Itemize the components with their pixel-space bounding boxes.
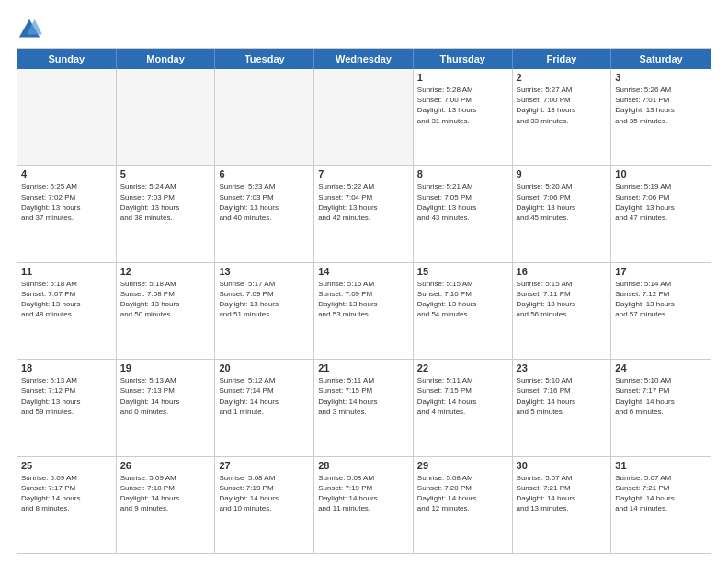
calendar-cell: 12Sunrise: 5:18 AM Sunset: 7:08 PM Dayli… xyxy=(117,263,216,359)
day-number: 2 xyxy=(517,72,608,83)
calendar-cell: 17Sunrise: 5:14 AM Sunset: 7:12 PM Dayli… xyxy=(611,263,711,359)
day-number: 12 xyxy=(120,266,211,277)
day-number: 23 xyxy=(517,362,608,373)
cell-info: Sunrise: 5:19 AM Sunset: 7:06 PM Dayligh… xyxy=(615,181,707,223)
cell-info: Sunrise: 5:10 AM Sunset: 7:17 PM Dayligh… xyxy=(615,375,707,417)
cell-info: Sunrise: 5:13 AM Sunset: 7:13 PM Dayligh… xyxy=(120,375,211,417)
calendar-cell: 27Sunrise: 5:08 AM Sunset: 7:19 PM Dayli… xyxy=(215,457,314,553)
calendar-cell: 10Sunrise: 5:19 AM Sunset: 7:06 PM Dayli… xyxy=(611,166,711,261)
day-number: 13 xyxy=(219,266,310,277)
day-number: 26 xyxy=(120,460,211,471)
cell-info: Sunrise: 5:23 AM Sunset: 7:03 PM Dayligh… xyxy=(219,181,310,223)
cell-info: Sunrise: 5:08 AM Sunset: 7:19 PM Dayligh… xyxy=(318,473,409,514)
day-number: 30 xyxy=(517,460,608,471)
cell-info: Sunrise: 5:27 AM Sunset: 7:00 PM Dayligh… xyxy=(517,85,608,126)
calendar-cell xyxy=(17,69,117,165)
calendar-cell: 8Sunrise: 5:21 AM Sunset: 7:05 PM Daylig… xyxy=(414,166,513,261)
day-number: 27 xyxy=(219,460,310,471)
cell-info: Sunrise: 5:07 AM Sunset: 7:21 PM Dayligh… xyxy=(615,473,707,514)
weekday-header: Thursday xyxy=(414,49,513,69)
day-number: 10 xyxy=(615,168,707,179)
calendar-cell: 7Sunrise: 5:22 AM Sunset: 7:04 PM Daylig… xyxy=(314,166,414,261)
page: SundayMondayTuesdayWednesdayThursdayFrid… xyxy=(0,0,728,563)
calendar-body: 1Sunrise: 5:28 AM Sunset: 7:00 PM Daylig… xyxy=(17,69,711,553)
calendar-cell: 3Sunrise: 5:26 AM Sunset: 7:01 PM Daylig… xyxy=(611,69,711,165)
day-number: 31 xyxy=(615,460,707,471)
cell-info: Sunrise: 5:07 AM Sunset: 7:21 PM Dayligh… xyxy=(517,473,608,514)
calendar-cell: 15Sunrise: 5:15 AM Sunset: 7:10 PM Dayli… xyxy=(414,263,513,359)
day-number: 21 xyxy=(318,362,409,373)
calendar-cell: 2Sunrise: 5:27 AM Sunset: 7:00 PM Daylig… xyxy=(513,69,612,165)
cell-info: Sunrise: 5:25 AM Sunset: 7:02 PM Dayligh… xyxy=(21,181,112,223)
weekday-header: Monday xyxy=(117,49,216,69)
logo-icon xyxy=(17,17,42,42)
day-number: 14 xyxy=(318,266,409,277)
cell-info: Sunrise: 5:15 AM Sunset: 7:10 PM Dayligh… xyxy=(417,279,508,320)
logo xyxy=(17,17,48,42)
cell-info: Sunrise: 5:12 AM Sunset: 7:14 PM Dayligh… xyxy=(219,375,310,417)
cell-info: Sunrise: 5:09 AM Sunset: 7:17 PM Dayligh… xyxy=(21,473,112,514)
day-number: 6 xyxy=(219,168,310,179)
header xyxy=(17,17,711,42)
calendar-cell: 29Sunrise: 5:08 AM Sunset: 7:20 PM Dayli… xyxy=(414,457,513,553)
calendar-cell: 25Sunrise: 5:09 AM Sunset: 7:17 PM Dayli… xyxy=(17,457,117,553)
cell-info: Sunrise: 5:08 AM Sunset: 7:20 PM Dayligh… xyxy=(417,473,508,514)
calendar: SundayMondayTuesdayWednesdayThursdayFrid… xyxy=(17,48,711,554)
calendar-row: 11Sunrise: 5:18 AM Sunset: 7:07 PM Dayli… xyxy=(17,262,711,359)
calendar-row: 4Sunrise: 5:25 AM Sunset: 7:02 PM Daylig… xyxy=(17,165,711,261)
calendar-cell: 24Sunrise: 5:10 AM Sunset: 7:17 PM Dayli… xyxy=(611,360,711,455)
calendar-header: SundayMondayTuesdayWednesdayThursdayFrid… xyxy=(17,49,711,69)
cell-info: Sunrise: 5:22 AM Sunset: 7:04 PM Dayligh… xyxy=(318,181,409,223)
day-number: 29 xyxy=(417,460,508,471)
weekday-header: Wednesday xyxy=(314,49,414,69)
calendar-cell xyxy=(215,69,314,165)
day-number: 11 xyxy=(21,266,112,277)
calendar-cell xyxy=(314,69,414,165)
day-number: 19 xyxy=(120,362,211,373)
day-number: 8 xyxy=(417,168,508,179)
calendar-cell: 21Sunrise: 5:11 AM Sunset: 7:15 PM Dayli… xyxy=(314,360,414,455)
cell-info: Sunrise: 5:20 AM Sunset: 7:06 PM Dayligh… xyxy=(517,181,608,223)
calendar-cell: 18Sunrise: 5:13 AM Sunset: 7:12 PM Dayli… xyxy=(17,360,117,455)
day-number: 4 xyxy=(21,168,112,179)
day-number: 15 xyxy=(417,266,508,277)
cell-info: Sunrise: 5:16 AM Sunset: 7:09 PM Dayligh… xyxy=(318,279,409,320)
weekday-header: Saturday xyxy=(611,49,711,69)
day-number: 22 xyxy=(417,362,508,373)
cell-info: Sunrise: 5:26 AM Sunset: 7:01 PM Dayligh… xyxy=(615,85,707,126)
day-number: 24 xyxy=(615,362,707,373)
calendar-row: 18Sunrise: 5:13 AM Sunset: 7:12 PM Dayli… xyxy=(17,359,711,455)
day-number: 18 xyxy=(21,362,112,373)
calendar-cell: 22Sunrise: 5:11 AM Sunset: 7:15 PM Dayli… xyxy=(414,360,513,455)
calendar-cell: 30Sunrise: 5:07 AM Sunset: 7:21 PM Dayli… xyxy=(513,457,612,553)
cell-info: Sunrise: 5:13 AM Sunset: 7:12 PM Dayligh… xyxy=(21,375,112,417)
cell-info: Sunrise: 5:21 AM Sunset: 7:05 PM Dayligh… xyxy=(417,181,508,223)
calendar-cell: 6Sunrise: 5:23 AM Sunset: 7:03 PM Daylig… xyxy=(215,166,314,261)
calendar-row: 1Sunrise: 5:28 AM Sunset: 7:00 PM Daylig… xyxy=(17,69,711,165)
weekday-header: Sunday xyxy=(17,49,117,69)
calendar-cell: 5Sunrise: 5:24 AM Sunset: 7:03 PM Daylig… xyxy=(117,166,216,261)
weekday-header: Tuesday xyxy=(215,49,314,69)
cell-info: Sunrise: 5:24 AM Sunset: 7:03 PM Dayligh… xyxy=(120,181,211,223)
day-number: 1 xyxy=(417,72,508,83)
cell-info: Sunrise: 5:09 AM Sunset: 7:18 PM Dayligh… xyxy=(120,473,211,514)
cell-info: Sunrise: 5:18 AM Sunset: 7:08 PM Dayligh… xyxy=(120,279,211,320)
cell-info: Sunrise: 5:11 AM Sunset: 7:15 PM Dayligh… xyxy=(417,375,508,417)
cell-info: Sunrise: 5:17 AM Sunset: 7:09 PM Dayligh… xyxy=(219,279,310,320)
calendar-cell: 28Sunrise: 5:08 AM Sunset: 7:19 PM Dayli… xyxy=(314,457,414,553)
calendar-cell: 9Sunrise: 5:20 AM Sunset: 7:06 PM Daylig… xyxy=(513,166,612,261)
weekday-header: Friday xyxy=(513,49,612,69)
calendar-row: 25Sunrise: 5:09 AM Sunset: 7:17 PM Dayli… xyxy=(17,456,711,553)
day-number: 7 xyxy=(318,168,409,179)
calendar-cell: 23Sunrise: 5:10 AM Sunset: 7:16 PM Dayli… xyxy=(513,360,612,455)
cell-info: Sunrise: 5:18 AM Sunset: 7:07 PM Dayligh… xyxy=(21,279,112,320)
cell-info: Sunrise: 5:15 AM Sunset: 7:11 PM Dayligh… xyxy=(517,279,608,320)
cell-info: Sunrise: 5:28 AM Sunset: 7:00 PM Dayligh… xyxy=(417,85,508,126)
day-number: 28 xyxy=(318,460,409,471)
cell-info: Sunrise: 5:11 AM Sunset: 7:15 PM Dayligh… xyxy=(318,375,409,417)
calendar-cell: 4Sunrise: 5:25 AM Sunset: 7:02 PM Daylig… xyxy=(17,166,117,261)
calendar-cell: 16Sunrise: 5:15 AM Sunset: 7:11 PM Dayli… xyxy=(513,263,612,359)
calendar-cell: 26Sunrise: 5:09 AM Sunset: 7:18 PM Dayli… xyxy=(117,457,216,553)
day-number: 16 xyxy=(517,266,608,277)
day-number: 3 xyxy=(615,72,707,83)
